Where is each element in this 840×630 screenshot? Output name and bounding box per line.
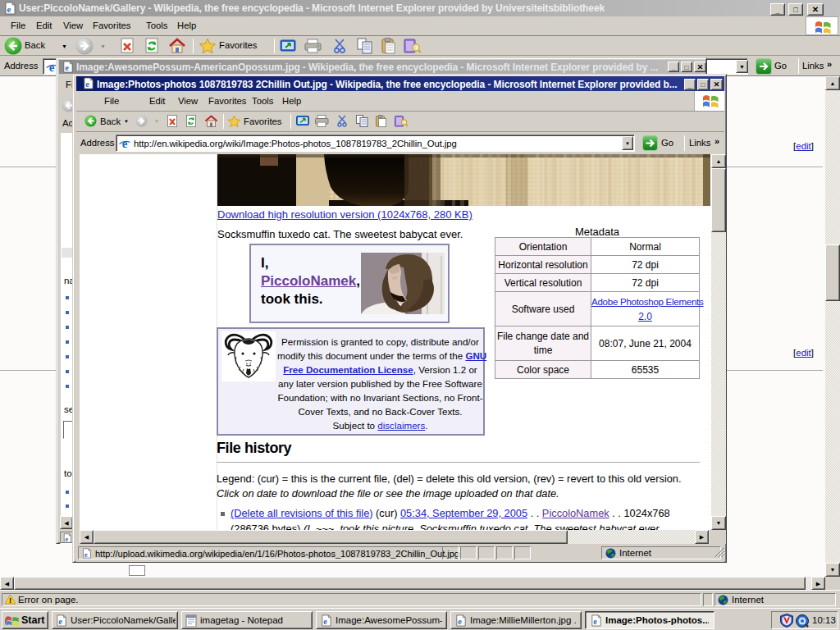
svg-text:!: ! [9, 596, 11, 605]
